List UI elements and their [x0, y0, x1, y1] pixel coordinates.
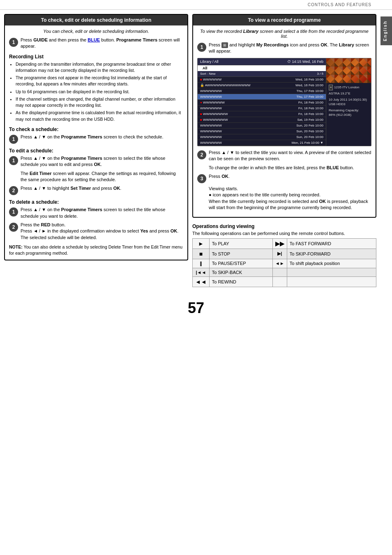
check-step-1-row: 1 Press ▲ / ▼ on the Programme Timers sc…: [9, 134, 183, 144]
operations-table: ► To PLAY ▶▶ To FAST FORWARD ■ To STOP ▶…: [192, 238, 376, 287]
ops-icon-pause: ‖: [193, 259, 210, 268]
library-thumbnail: [326, 58, 371, 83]
ops-icon-ff: ▶▶: [272, 238, 287, 249]
library-row-2[interactable]: 🔒 AWWWWWWWWWWWWWW Wed, 16 Feb 10:00: [198, 83, 326, 88]
view-step-1-row: 1 Press ⊞ and highlight My Recordings ic…: [197, 42, 371, 55]
scheduling-section-title: To check, edit or delete scheduling info…: [5, 15, 187, 25]
library-row-10[interactable]: WWWWWWW Sun, 20 Feb 10:00: [198, 129, 326, 134]
check-step-1-text: Press ▲ / ▼ on the Programme Timers scre…: [21, 134, 183, 140]
library-row-12[interactable]: WWWWWWW Mon, 21 Feb 10:00 ▼: [198, 140, 326, 146]
right-column: To view a recorded programme To view the…: [192, 14, 376, 287]
ops-icon-stop: ■: [193, 249, 210, 259]
library-channel: ≡ 1235 ITV London: [329, 85, 369, 90]
library-screen-mockup: Library / All ⏱ 14:15 Wed, 16 Feb All So…: [197, 58, 371, 146]
step-1-circle: 1: [9, 38, 18, 47]
delete-step-2-circle: 2: [9, 223, 18, 232]
library-row-11[interactable]: WWWWWWW Sun, 20 Feb 10:00: [198, 134, 326, 140]
ops-label-pause: To PAUSE/STEP: [209, 259, 272, 268]
operations-intro: The following operations can be performe…: [192, 231, 376, 236]
scheduling-intro: You can check, edit or delete scheduling…: [9, 29, 183, 34]
ops-label-play: To PLAY: [209, 238, 272, 249]
step-1-text: Press GUIDE and then press the BLUE butt…: [21, 37, 183, 50]
library-all-tab[interactable]: All: [198, 65, 326, 71]
edit-step-1-circle: 1: [9, 156, 18, 165]
library-header-left: Library / All: [200, 60, 219, 64]
edit-step-1-text: Press ▲ / ▼ on the Programme Timers scre…: [21, 155, 183, 168]
ops-row-rewind: ◄◄ To REWIND: [193, 276, 376, 287]
bullet-4: If the channel settings are changed, the…: [16, 96, 183, 108]
ops-icon-empty1: [272, 268, 287, 276]
delete-step-2-text: Press the RED button. Press ◄ / ► in the…: [21, 222, 183, 241]
library-left-panel: Library / All ⏱ 14:15 Wed, 16 Feb All So…: [198, 58, 326, 146]
note-label: NOTE:: [9, 244, 23, 249]
library-row-3[interactable]: WWWWWWW Thu, 17 Feb 10:00: [198, 88, 326, 94]
viewing-section-title: To view a recorded programme: [193, 15, 376, 25]
ops-icon-play: ►: [193, 238, 210, 249]
bullet-3: Up to 64 programmes can be displayed in …: [16, 89, 183, 95]
edit-schedule-header: To edit a schedule:: [9, 148, 183, 154]
edit-step-2-circle: 2: [9, 186, 18, 195]
library-row-7[interactable]: ■ WWWWWWWW Fri, 18 Feb 10:00: [198, 111, 326, 117]
library-header-right: ⏱ 14:15 Wed, 16 Feb: [287, 60, 323, 64]
bullet-5: As the displayed programme time is calcu…: [16, 110, 183, 122]
view-step-3-text: Press OK.: [209, 173, 371, 180]
check-schedule-header: To check a schedule:: [9, 127, 183, 132]
view-step-3-circle: 3: [197, 174, 206, 183]
library-sort-row: Sort : New 3 / 5: [198, 71, 326, 77]
ops-label-empty1: [287, 268, 376, 276]
library-row-8[interactable]: ■ WWWWWWWW Sat, 19 Feb 10:00: [198, 117, 326, 123]
delete-step-1-circle: 1: [9, 207, 18, 216]
view-step-2-circle: 2: [197, 150, 206, 159]
ops-row-skipback: |◄◄ To SKIP-BACK: [193, 268, 376, 276]
ops-icon-empty2: [272, 276, 287, 287]
ops-label-empty2: [287, 276, 376, 287]
main-content: To check, edit or delete scheduling info…: [0, 10, 392, 291]
viewing-section: To view a recorded programme To view the…: [192, 14, 376, 218]
edit-step-1-row: 1 Press ▲ / ▼ on the Programme Timers sc…: [9, 155, 183, 168]
note-box: NOTE: You can also delete a schedule by …: [9, 244, 183, 256]
library-row-5[interactable]: ● WWWWWWW Fri, 18 Feb 10:00: [198, 100, 326, 106]
library-row-4[interactable]: WWWWWWW Thu, 17 Feb 10:00: [198, 94, 326, 100]
library-row-1[interactable]: ■ WWWWWW Wed, 16 Feb 10:00: [198, 77, 326, 83]
page-header: CONTROLS AND FEATURES: [0, 0, 392, 10]
library-row-6[interactable]: WWWWWWW Fri, 18 Feb 10:00: [198, 106, 326, 111]
delete-schedule-header: To delete a schedule:: [9, 199, 183, 205]
ops-icon-skipback: |◄◄: [193, 268, 210, 276]
bullet-1: Depending on the transmitter information…: [16, 61, 183, 74]
recording-list-header: Recording List: [9, 54, 183, 60]
viewing-section-body: To view the recorded Library screen and …: [193, 25, 376, 217]
view-step-1-circle: 1: [197, 43, 206, 52]
scheduling-section: To check, edit or delete scheduling info…: [4, 14, 188, 260]
viewing-intro: To view the recorded Library screen and …: [197, 29, 371, 39]
ops-row-pause: ‖ To PAUSE/STEP ◄► To shift playback pos…: [193, 259, 376, 268]
ops-label-skipfwd: To SKIP-FORWARD: [287, 249, 376, 259]
check-step-1-circle: 1: [9, 135, 18, 144]
my-recordings-button-icon: ⊞: [221, 42, 228, 48]
ops-row-stop: ■ To STOP ▶| To SKIP-FORWARD: [193, 249, 376, 259]
recording-list-bullets: Depending on the transmitter information…: [9, 61, 183, 122]
note-text: You can also delete a schedule by select…: [9, 244, 182, 256]
ops-label-skipback: To SKIP-BACK: [209, 268, 272, 276]
header-label: CONTROLS AND FEATURES: [308, 2, 371, 7]
library-right-panel: ≡ 1235 ITV London ASTRA 19.2°E 10 July 2…: [326, 58, 371, 146]
ops-icon-shift: ◄►: [272, 259, 287, 268]
edit-step-2-text: Press ▲ / ▼ to highlight Set Timer and p…: [21, 185, 183, 191]
step-1-row: 1 Press GUIDE and then press the BLUE bu…: [9, 37, 183, 50]
page-number: 57: [0, 299, 392, 317]
page-container: CONTROLS AND FEATURES English To check, …: [0, 0, 392, 555]
view-step-2-row: 2 Press ▲ / ▼ to select the title you wa…: [197, 150, 371, 162]
ops-icon-skipfwd: ▶|: [272, 249, 287, 259]
view-step-1-text: Press ⊞ and highlight My Recordings icon…: [209, 42, 371, 55]
operations-header: Operations during viewing: [192, 223, 376, 229]
ops-label-ff: To FAST FORWARD: [287, 238, 376, 249]
edit-step-1-indent: The Edit Timer screen will appear. Chang…: [21, 170, 183, 183]
delete-step-1-text: Press ▲ / ▼ on the Programme Timers scre…: [21, 207, 183, 219]
library-header: Library / All ⏱ 14:15 Wed, 16 Feb: [198, 58, 326, 65]
ops-label-rewind: To REWIND: [209, 276, 272, 287]
bullet-2: The programme does not appear in the rec…: [16, 75, 183, 87]
library-row-9[interactable]: WWWWWWW Sun, 20 Feb 10:00: [198, 123, 326, 129]
ops-label-shift: To shift playback position: [287, 259, 376, 268]
ops-label-stop: To STOP: [209, 249, 272, 259]
language-tab: English: [380, 16, 392, 45]
scheduling-section-body: You can check, edit or delete scheduling…: [5, 25, 187, 260]
